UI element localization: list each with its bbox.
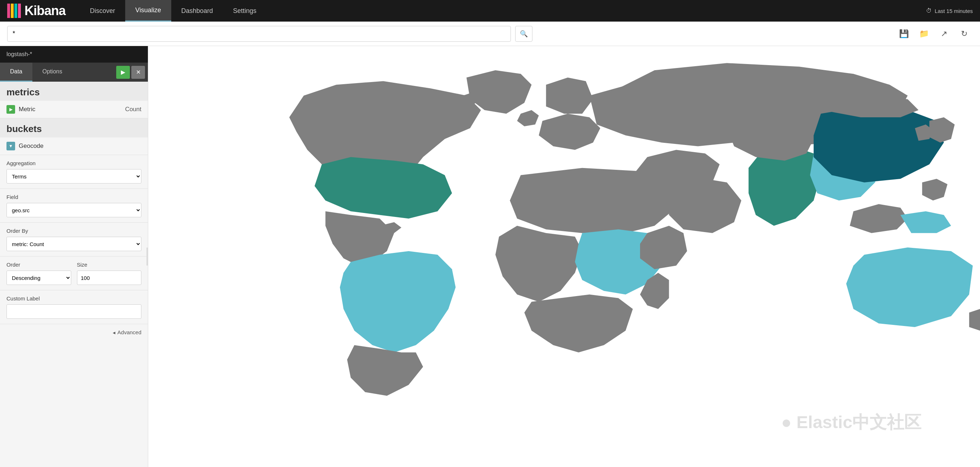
play-button[interactable]: ▶ <box>116 66 130 79</box>
order-select[interactable]: Descending Ascending <box>6 271 71 285</box>
advanced-link[interactable]: Advanced <box>0 324 148 340</box>
logo-bars <box>7 3 22 18</box>
metric-play-icon[interactable]: ▶ <box>6 105 15 114</box>
tab-data[interactable]: Data <box>0 62 32 82</box>
save-button[interactable]: 💾 <box>895 26 912 42</box>
order-size-row: Order Descending Ascending Size <box>0 257 148 290</box>
custom-label-label: Custom Label <box>6 295 142 301</box>
time-label: Last 15 minutes <box>935 8 973 14</box>
load-button[interactable]: 📁 <box>915 26 932 42</box>
search-input[interactable] <box>7 26 511 42</box>
field-label: Field <box>6 194 142 200</box>
logo-bar-2 <box>11 3 14 18</box>
logo-bar-4 <box>18 3 21 18</box>
search-button[interactable]: 🔍 <box>515 26 533 42</box>
refresh-button[interactable]: ↻ <box>956 26 973 42</box>
logo-text: Kibana <box>24 3 65 18</box>
metric-value: Count <box>125 106 142 113</box>
toolbar-buttons: 💾 📁 ↗ ↻ <box>895 26 973 42</box>
main-layout: logstash-* Data Options ▶ ✕ metrics ▶ Me… <box>0 46 980 467</box>
map-area: ● Elastic中文社区 <box>148 46 980 467</box>
field-select[interactable]: geo.src geo.dest host response agent <box>6 203 142 217</box>
bucket-down-icon: ▼ <box>6 142 15 150</box>
size-group: Size <box>77 261 142 285</box>
field-group: Field geo.src geo.dest host response age… <box>0 189 148 223</box>
aggregation-select[interactable]: Terms Significant Terms Geohash Grid Fil… <box>6 169 142 183</box>
geocode-row[interactable]: ▼ Geocode <box>0 137 148 155</box>
metrics-section-title: metrics <box>0 82 148 101</box>
aggregation-group: Aggregation Terms Significant Terms Geoh… <box>0 155 148 189</box>
logo-bar-1 <box>7 3 10 18</box>
buckets-section-title: buckets <box>0 118 148 137</box>
metric-row: ▶ Metric Count <box>0 101 148 118</box>
svg-text:● Elastic中文社区: ● Elastic中文社区 <box>781 412 921 432</box>
close-button[interactable]: ✕ <box>131 66 145 79</box>
custom-label-input[interactable] <box>6 304 142 319</box>
order-by-label: Order By <box>6 228 142 234</box>
nav-discover[interactable]: Discover <box>80 0 125 22</box>
nav-dashboard[interactable]: Dashboard <box>171 0 223 22</box>
clock-icon: ⏱ <box>926 8 932 14</box>
order-group: Order Descending Ascending <box>6 261 71 285</box>
top-nav: Kibana Discover Visualize Dashboard Sett… <box>0 0 980 22</box>
metric-label: Metric <box>19 106 125 113</box>
size-input[interactable] <box>77 271 142 285</box>
order-by-group: Order By metric: Count metric: Sum Custo… <box>0 223 148 257</box>
logo-bar-3 <box>14 3 17 18</box>
nav-settings[interactable]: Settings <box>223 0 267 22</box>
size-label: Size <box>77 261 142 268</box>
logo: Kibana <box>7 3 65 18</box>
left-panel: logstash-* Data Options ▶ ✕ metrics ▶ Me… <box>0 46 148 467</box>
world-map: ● Elastic中文社区 <box>148 46 980 467</box>
tabs-row: Data Options ▶ ✕ <box>0 62 148 82</box>
search-bar: 🔍 💾 📁 ↗ ↻ <box>0 22 980 46</box>
order-label: Order <box>6 261 71 268</box>
world-map-svg: ● Elastic中文社区 <box>148 46 980 467</box>
custom-label-group: Custom Label <box>0 290 148 324</box>
share-button[interactable]: ↗ <box>935 26 953 42</box>
order-by-select[interactable]: metric: Count metric: Sum Custom Metric <box>6 237 142 251</box>
tab-actions: ▶ ✕ <box>116 66 148 79</box>
time-display[interactable]: ⏱ Last 15 minutes <box>926 8 973 14</box>
main-nav: Discover Visualize Dashboard Settings <box>80 0 267 22</box>
tab-options[interactable]: Options <box>32 62 72 82</box>
aggregation-label: Aggregation <box>6 160 142 166</box>
nav-visualize[interactable]: Visualize <box>125 0 171 22</box>
index-pattern-label: logstash-* <box>0 46 148 62</box>
geocode-label: Geocode <box>19 142 43 150</box>
